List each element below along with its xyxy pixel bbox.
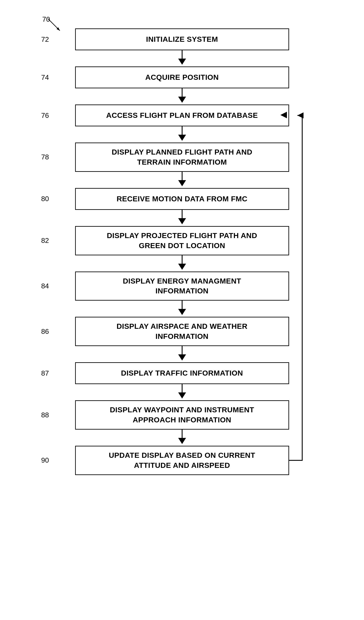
step-row-74: 74ACQUIRE POSITION [29, 66, 335, 88]
arrow-down-icon [178, 438, 186, 444]
arrow-connector-87 [29, 384, 335, 400]
step-text-90: UPDATE DISPLAY BASED ON CURRENT ATTITUDE… [109, 450, 255, 470]
step-label-72: 72 [41, 35, 49, 44]
arrow-connector-84 [29, 301, 335, 317]
step-box-88: DISPLAY WAYPOINT AND INSTRUMENT APPROACH… [75, 400, 289, 430]
step-row-87: 87DISPLAY TRAFFIC INFORMATION [29, 362, 335, 384]
step-text-80: RECEIVE MOTION DATA FROM FMC [116, 194, 248, 204]
figure-title [0, 9, 364, 15]
step-label-80: 80 [41, 195, 49, 203]
step-label-86: 86 [41, 327, 49, 336]
feedback-arrow-in-icon [280, 112, 289, 119]
step-text-86: DISPLAY AIRSPACE AND WEATHER INFORMATION [116, 321, 248, 341]
arrow-line-icon [182, 384, 183, 392]
arrow-line-icon [182, 126, 183, 135]
step-text-74: ACQUIRE POSITION [145, 72, 219, 82]
step-text-88: DISPLAY WAYPOINT AND INSTRUMENT APPROACH… [110, 405, 254, 425]
arrow-down-icon [178, 218, 186, 224]
step-box-86: DISPLAY AIRSPACE AND WEATHER INFORMATION [75, 317, 289, 346]
arrow-line-icon [182, 88, 183, 97]
arrow-down-icon [178, 135, 186, 141]
arrow-line-icon [182, 301, 183, 309]
step-box-74: ACQUIRE POSITION [75, 66, 289, 88]
step-text-72: INITIALIZE SYSTEM [146, 34, 218, 44]
step-box-82: DISPLAY PROJECTED FLIGHT PATH AND GREEN … [75, 226, 289, 255]
step-row-90: 90UPDATE DISPLAY BASED ON CURRENT ATTITU… [29, 446, 335, 475]
step-label-90: 90 [41, 456, 49, 464]
step-label-74: 74 [41, 74, 49, 81]
arrow-line-icon [182, 50, 183, 59]
arrow-down-icon [178, 59, 186, 65]
step-label-82: 82 [41, 236, 49, 245]
arrow-down-icon [178, 180, 186, 186]
arrow-connector-76 [29, 126, 335, 142]
step-row-72: 72INITIALIZE SYSTEM [29, 29, 335, 50]
arrow-connector-86 [29, 346, 335, 362]
step-row-80: 80RECEIVE MOTION DATA FROM FMC [29, 188, 335, 210]
step-text-76: ACCESS FLIGHT PLAN FROM DATABASE [106, 110, 258, 121]
arrow-down-icon [178, 309, 186, 315]
step-label-76: 76 [41, 111, 49, 120]
page-container: 70 72INITIALIZE SYSTEM74ACQUIRE POSITION… [0, 0, 364, 620]
step-row-88: 88DISPLAY WAYPOINT AND INSTRUMENT APPROA… [29, 400, 335, 430]
arrow-connector-74 [29, 88, 335, 105]
step-label-84: 84 [41, 282, 49, 290]
step-box-87: DISPLAY TRAFFIC INFORMATION [75, 362, 289, 384]
step-box-90: UPDATE DISPLAY BASED ON CURRENT ATTITUDE… [75, 446, 289, 475]
step-text-87: DISPLAY TRAFFIC INFORMATION [121, 368, 243, 378]
step-label-88: 88 [41, 411, 49, 419]
arrow-line-icon [182, 210, 183, 218]
arrow-line-icon [182, 172, 183, 180]
arrow-left-icon [280, 112, 289, 118]
step-box-76: ACCESS FLIGHT PLAN FROM DATABASE [75, 105, 289, 126]
step-box-84: DISPLAY ENERGY MANAGMENT INFORMATION [75, 272, 289, 301]
arrow-line-icon [182, 255, 183, 264]
step-row-76: 76 ACCESS FLIGHT PLAN FROM DATABASE [29, 105, 335, 126]
arrow-down-icon [178, 97, 186, 103]
step-row-78: 78DISPLAY PLANNED FLIGHT PATH AND TERRAI… [29, 142, 335, 172]
step-row-84: 84DISPLAY ENERGY MANAGMENT INFORMATION [29, 272, 335, 301]
step-text-78: DISPLAY PLANNED FLIGHT PATH AND TERRAIN … [112, 147, 252, 167]
arrow-connector-80 [29, 210, 335, 226]
step-box-72: INITIALIZE SYSTEM [75, 29, 289, 50]
step-row-86: 86DISPLAY AIRSPACE AND WEATHER INFORMATI… [29, 317, 335, 346]
arrow-down-icon [178, 354, 186, 360]
arrow-connector-72 [29, 50, 335, 66]
step-label-78: 78 [41, 153, 49, 161]
arrow-connector-78 [29, 172, 335, 188]
arrow-connector-82 [29, 255, 335, 272]
arrow-line-icon [182, 346, 183, 354]
step-box-80: RECEIVE MOTION DATA FROM FMC [75, 188, 289, 210]
step-text-84: DISPLAY ENERGY MANAGMENT INFORMATION [123, 276, 241, 296]
svg-marker-2 [280, 112, 287, 118]
step-row-82: 82DISPLAY PROJECTED FLIGHT PATH AND GREE… [29, 226, 335, 255]
step-label-87: 87 [41, 369, 49, 377]
step-box-78: DISPLAY PLANNED FLIGHT PATH AND TERRAIN … [75, 142, 289, 172]
step-text-82: DISPLAY PROJECTED FLIGHT PATH AND GREEN … [107, 231, 257, 251]
arrow-line-icon [182, 430, 183, 438]
arrow-connector-88 [29, 430, 335, 446]
arrow-down-icon [178, 264, 186, 270]
arrow-down-icon [178, 392, 186, 399]
